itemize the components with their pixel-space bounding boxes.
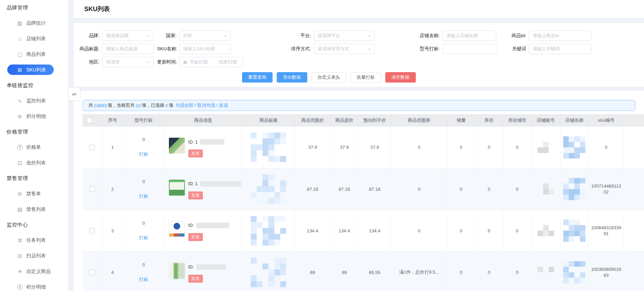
sidebar-item-禁售列表[interactable]: ▤禁售列表	[0, 202, 68, 217]
filter-label-sku-name: SKU名称:	[157, 46, 179, 52]
product-title-input[interactable]: 请输入商品标题	[102, 44, 154, 54]
placeholder-text: 请输入关键词	[533, 46, 587, 52]
grid-icon: ⊞	[16, 67, 23, 73]
brand-select[interactable]: 请选择品牌∨	[102, 31, 154, 41]
filter-rows: 品牌:请选择品牌∨国家:全部∨平台:请选择平台∨店铺名称:请输入店铺名称商品Id…	[79, 31, 644, 67]
col-header-product: 商品信息	[164, 114, 242, 127]
custom-header-button[interactable]: 自定义表头	[311, 72, 346, 83]
redacted-id-blur	[196, 223, 229, 228]
cell-title	[242, 168, 295, 210]
product-id: ID: 1	[188, 139, 224, 145]
mark-action-link[interactable]: 打标	[139, 152, 148, 157]
cell-mark: 0打标	[123, 168, 164, 210]
sidebar-item-监控列表[interactable]: ∿监控列表	[0, 93, 68, 109]
sidebar-section-title: 监控中心	[0, 217, 68, 232]
export-data-button[interactable]: 导出数据	[277, 72, 307, 83]
redacted-id-blur	[196, 264, 226, 270]
cell-discount-price: 37.9	[295, 127, 330, 168]
mark-action-link[interactable]: 打标	[139, 194, 148, 199]
reset-query-button[interactable]: 重置查询	[242, 72, 273, 83]
bar-chart-icon: ▥	[16, 20, 23, 26]
action-button-row: 重置查询导出数据自定义表头批量打标清空数据	[79, 72, 578, 83]
table-row: 10打标ID: 1京东37.937.937.900000暂	[83, 127, 644, 168]
mark-count: 0	[123, 221, 164, 226]
sidebar-item-label: 价格单	[26, 144, 41, 151]
redacted-mosaic	[538, 142, 554, 153]
platform-select[interactable]: 请选择平台∨	[314, 31, 375, 41]
product-meta: ID:京东	[188, 262, 226, 283]
sidebar-item-积分明细[interactable]: ⊜积分明细	[0, 109, 68, 124]
monitor-icon: ⊡	[16, 160, 23, 166]
cell-sales: 0	[447, 127, 475, 168]
redacted-mosaic	[563, 178, 585, 200]
sidebar-section: 品牌管理▥品牌统计⌂店铺列表▢商品列表⊞SKU列表	[0, 0, 68, 78]
calendar-icon: ▦	[183, 60, 187, 65]
sidebar-item-低价列表[interactable]: ⊡低价列表	[0, 155, 68, 171]
sidebar-item-扫店列表[interactable]: ⊟扫店列表	[0, 248, 68, 264]
sidebar-item-任务列表[interactable]: ≣任务列表	[0, 232, 68, 248]
col-header-estimated_price: 预估到手价	[359, 114, 391, 127]
shop-name-input[interactable]: 请输入店铺名称	[443, 31, 496, 41]
sidebar-item-店铺列表[interactable]: ⌂店铺列表	[0, 31, 68, 46]
clear-data-button[interactable]: 清空数据	[385, 72, 416, 83]
coupon-text: 0	[391, 187, 447, 192]
model-mark-input[interactable]	[443, 44, 496, 54]
database-icon: ⊜	[16, 113, 23, 120]
product-meta: ID: 1京东	[188, 179, 241, 199]
product-id-input[interactable]: 请输入商品Id	[529, 31, 591, 41]
row-checkbox[interactable]	[89, 228, 95, 233]
sidebar-item-label: 禁售单	[26, 191, 41, 197]
sidebar-item-自定义商品[interactable]: ✳自定义商品	[0, 264, 68, 279]
filter-field-brand: 品牌:请选择品牌∨	[79, 31, 154, 41]
mark-action-link[interactable]: 打标	[139, 235, 148, 240]
line-chart-icon: ∿	[16, 98, 23, 104]
summary-link-反选[interactable]: 反选	[219, 103, 228, 108]
sidebar-item-品牌统计[interactable]: ▥品牌统计	[0, 15, 68, 31]
row-checkbox[interactable]	[89, 269, 95, 275]
country-select[interactable]: 全部∨	[179, 31, 231, 41]
product-id-text: ID:	[188, 223, 194, 228]
sidebar: 品牌管理▥品牌统计⌂店铺列表▢商品列表⊞SKU列表单链接监控∿监控列表⊜积分明细…	[0, 0, 69, 291]
chevron-down-icon: ∨	[224, 34, 227, 37]
region-select[interactable]: 请选择∨	[102, 57, 154, 67]
cell-coupon: 0	[391, 168, 447, 210]
sidebar-item-label: 积分明细	[26, 284, 46, 290]
summary-link-勾选全部[interactable]: 勾选全部	[175, 103, 194, 108]
col-header-title: 商品标题	[242, 114, 295, 127]
summary-text: 项	[169, 102, 173, 109]
sidebar-item-商品列表[interactable]: ▢商品列表	[0, 46, 68, 62]
platform-badge: 京东	[188, 191, 203, 199]
coupon-text: 0	[391, 145, 447, 150]
sort-order-select[interactable]: 请选择排序方式∨	[314, 44, 375, 54]
batch-mark-button[interactable]: 批量打标	[351, 72, 381, 83]
sidebar-item-SKU列表[interactable]: ⊞SKU列表	[0, 62, 68, 78]
sidebar-item-label: 自定义商品	[26, 268, 51, 275]
chevron-down-icon: ∨	[147, 34, 150, 37]
product-id-text: ID: 1	[188, 139, 198, 145]
update-time-input[interactable]: ▦开始日期-结束日期	[179, 57, 243, 67]
col-header-original_price: 商品原价	[330, 114, 358, 127]
keyword-input[interactable]: 请输入关键词	[529, 44, 591, 54]
cell-sales: 0	[447, 168, 475, 210]
summary-text: 项，当前页共	[108, 102, 135, 109]
select-all-checkbox[interactable]	[87, 118, 92, 123]
sidebar-item-禁售单[interactable]: ⊘禁售单	[0, 186, 68, 202]
cell-shop-account	[531, 168, 560, 210]
table-row: 20打标ID: 1京东87.1887.1887.1800001007144691…	[83, 168, 644, 210]
filter-field-product-id: 商品Id:请输入商品Id	[506, 31, 591, 41]
filter-label-sort-order: 排序方式:	[286, 46, 314, 52]
summary-link-取消勾选[interactable]: 取消勾选	[197, 103, 215, 108]
sidebar-item-积分明细[interactable]: $积分明细	[0, 279, 68, 291]
sidebar-section: 监控中心≣任务列表⊟扫店列表✳自定义商品$积分明细	[0, 217, 68, 291]
row-checkbox[interactable]	[89, 145, 95, 150]
sidebar-item-价格单[interactable]: ¥价格单	[0, 139, 68, 155]
cell-index: 1	[102, 127, 123, 168]
cell-original-price: 69	[330, 251, 358, 291]
col-header-sku_spec: S	[624, 114, 644, 127]
mark-action-link[interactable]: 打标	[139, 277, 148, 282]
collapse-sidebar-button[interactable]: ◂≡	[68, 87, 80, 101]
dollar-circle-icon: $	[17, 284, 23, 290]
sku-name-input[interactable]: 请输入SKU名称	[179, 44, 231, 54]
row-checkbox[interactable]	[89, 186, 95, 192]
sku-number: 10064831833991	[589, 225, 624, 237]
